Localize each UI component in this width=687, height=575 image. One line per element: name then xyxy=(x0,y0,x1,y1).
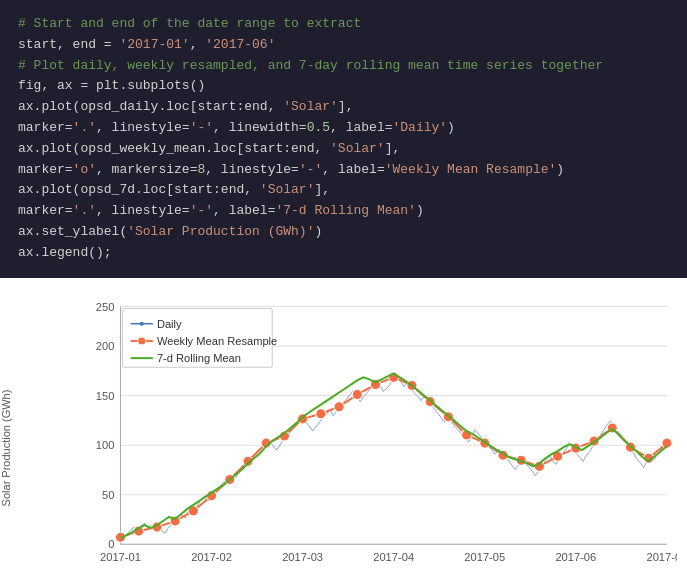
svg-text:2017-06: 2017-06 xyxy=(555,551,596,563)
chart-block: Solar Production (GWh) 0 50 xyxy=(0,278,687,575)
code-line: # Plot daily, weekly resampled, and 7-da… xyxy=(18,56,669,77)
svg-text:2017-01: 2017-01 xyxy=(100,551,141,563)
chart-svg: 0 50 100 150 200 250 2017-01 2017-02 201… xyxy=(80,288,677,575)
svg-text:Weekly Mean Resample: Weekly Mean Resample xyxy=(157,335,277,347)
svg-point-34 xyxy=(352,389,362,399)
chart-container: 0 50 100 150 200 250 2017-01 2017-02 201… xyxy=(80,288,677,575)
svg-text:2017-05: 2017-05 xyxy=(464,551,505,563)
code-line: marker='.', linestyle='-', label='7-d Ro… xyxy=(18,201,669,222)
svg-text:Daily: Daily xyxy=(157,317,182,329)
svg-text:200: 200 xyxy=(96,340,115,352)
svg-point-32 xyxy=(316,408,326,418)
code-line: fig, ax = plt.subplots() xyxy=(18,76,669,97)
svg-text:100: 100 xyxy=(96,439,115,451)
svg-text:150: 150 xyxy=(96,389,115,401)
code-line: marker='.', linestyle='-', linewidth=0.5… xyxy=(18,118,669,139)
svg-text:7-d Rolling Mean: 7-d Rolling Mean xyxy=(157,352,241,364)
code-line: start, end = '2017-01', '2017-06' xyxy=(18,35,669,56)
svg-text:2017-04: 2017-04 xyxy=(373,551,414,563)
svg-text:50: 50 xyxy=(102,488,114,500)
code-block: # Start and end of the date range to ext… xyxy=(0,0,687,278)
code-line: ax.legend(); xyxy=(18,243,669,264)
svg-point-57 xyxy=(138,336,146,344)
svg-point-54 xyxy=(140,321,144,325)
code-line: # Start and end of the date range to ext… xyxy=(18,14,669,35)
code-line: ax.plot(opsd_weekly_mean.loc[start:end, … xyxy=(18,139,669,160)
code-line: ax.set_ylabel('Solar Production (GWh)') xyxy=(18,222,669,243)
chart-wrapper: Solar Production (GWh) 0 50 xyxy=(10,288,677,575)
code-line: ax.plot(opsd_daily.loc[start:end, 'Solar… xyxy=(18,97,669,118)
y-axis-label: Solar Production (GWh) xyxy=(0,389,12,506)
code-line: marker='o', markersize=8, linestyle='-',… xyxy=(18,160,669,181)
svg-point-33 xyxy=(334,401,344,411)
svg-text:0: 0 xyxy=(108,538,114,550)
code-line: ax.plot(opsd_7d.loc[start:end, 'Solar'], xyxy=(18,180,669,201)
svg-text:2017-03: 2017-03 xyxy=(282,551,323,563)
svg-text:250: 250 xyxy=(96,300,115,312)
svg-text:2017-07: 2017-07 xyxy=(646,551,677,563)
svg-text:2017-02: 2017-02 xyxy=(191,551,232,563)
